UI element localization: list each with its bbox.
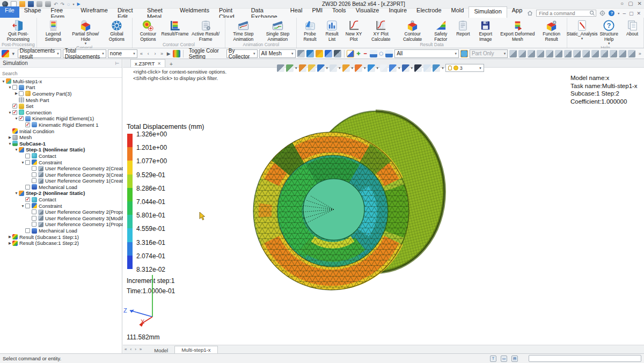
report-button[interactable]: Report [453,19,473,37]
tree-checkbox[interactable] [12,104,17,108]
table-icon[interactable] [591,50,599,57]
help-caret-icon[interactable]: ▾ [618,11,619,15]
pick-style-icon[interactable] [286,64,294,72]
tree-item-multi-step1-x[interactable]: ▼Multi-step1-x [0,78,122,85]
next-frame-icon[interactable]: › [152,49,158,58]
tree-checkbox[interactable] [19,116,24,121]
doc-restore-icon[interactable]: ▢ [629,11,634,16]
tree-expander-icon[interactable]: ▼ [8,111,12,114]
tree-item-part[interactable]: ▼Part [0,84,122,91]
structure-help-button[interactable]: ?Structure Help▾ [596,19,622,45]
sheet-tab-multi-step1-x[interactable]: Multi-step1-x [174,346,217,354]
tree-expander-icon[interactable]: ▼ [20,161,25,164]
tree-item-result-subcase-1-step-2[interactable]: ▶Result (Subcase:1 Step:2) [0,240,122,246]
tree-item-mechanical-load[interactable]: Mechanical Load [0,228,122,234]
tree-expander-icon[interactable]: ▶ [8,241,12,245]
mesh-scope-select[interactable]: All Mesh▾ [259,49,296,58]
app-close-icon[interactable]: ✕ [638,1,642,6]
zoom-window-icon[interactable] [380,64,387,72]
tree-item-result-subcase-1-step-1[interactable]: ▶Result (Subcase:1 Step:1) [0,234,122,240]
chevron-down-icon[interactable]: ▾ [377,66,379,70]
view-front-icon[interactable] [528,50,535,57]
tree-expander-icon[interactable]: ▼ [8,142,12,146]
record-icon[interactable] [628,50,635,57]
tree-checkbox[interactable] [25,197,30,202]
search-icon[interactable] [589,10,595,16]
tree-item-user-reference-geometry-1-created[interactable]: User Reference Geometry 1(Created) [0,178,122,184]
tree-expander-icon[interactable]: ▼ [20,204,25,208]
tree-checkbox[interactable] [32,222,36,227]
tree-search-input[interactable] [0,70,122,78]
lock-icon[interactable] [342,64,350,72]
sheet-tab-model[interactable]: Model [148,347,174,354]
time-step-animation-button[interactable]: Time Step Animation [226,19,260,42]
pick-cursor-icon[interactable] [347,50,354,57]
mini-chart-icon[interactable] [385,50,393,57]
about-button[interactable]: About [622,19,642,37]
shade-sphere-icon[interactable] [306,50,314,57]
tree-expander-icon[interactable]: ▼ [14,148,19,151]
tree-expander-icon[interactable]: ▼ [14,191,19,195]
tree-checkbox[interactable] [32,172,36,177]
tree-item-constraint[interactable]: ▼Constraint [0,159,122,165]
quit-post-processing-button[interactable]: Quit Post-Processing [1,19,35,42]
first-sheet-icon[interactable]: « [123,347,128,352]
tree-checkbox[interactable] [25,185,30,190]
select-add-icon[interactable]: ✚ [356,49,361,58]
qat-caret-icon[interactable]: ▾ [72,2,74,6]
select-window-icon[interactable] [370,50,377,57]
toggle-color-setting-button[interactable]: Toggle Color Setting [186,49,225,58]
export-image-button[interactable]: Export Image [473,19,497,42]
last-frame-icon[interactable]: » [159,49,165,58]
xy-plot-calculate-button[interactable]: XY Plot Calculate [365,19,397,42]
view-cube-icon[interactable] [317,64,325,72]
tree-item-step-1-nonlinear-static[interactable]: ▼Step-1 (Nonlinear Static) [0,147,122,153]
display-globe-icon[interactable] [460,50,468,57]
shade-box-icon[interactable] [308,64,316,72]
overflow-chevron-icon[interactable]: » [637,49,642,58]
spark-icon[interactable] [316,50,323,57]
collector-select[interactable]: By Collector▾ [226,49,258,58]
tree-item-connection[interactable]: ▼Connection [0,109,122,115]
view-back-icon[interactable] [277,64,284,72]
new-tab-button[interactable]: + [165,61,177,67]
tree-expander-icon[interactable]: ▼ [1,79,6,83]
doc-minimize-icon[interactable]: – [623,10,626,16]
select-remove-icon[interactable]: ━ [363,49,368,58]
lights-dropdown[interactable]: 3▾ [445,64,484,72]
tree-item-user-reference-geometry-3-created[interactable]: User Reference Geometry 3(Created) [0,171,122,178]
tree-item-initial-condition[interactable]: Initial Condition [0,128,122,134]
document-tab[interactable]: x.Z3PRT ✕ [130,59,165,67]
tree-checkbox[interactable] [25,122,30,127]
home-icon[interactable] [527,10,533,16]
colorbar-icon[interactable] [173,50,180,57]
chevron-down-icon[interactable]: ▾ [398,66,400,70]
text-info-icon[interactable]: T [490,355,496,362]
tree-checkbox[interactable] [12,110,17,115]
tab-close-icon[interactable]: ✕ [157,61,161,66]
play-animation-icon[interactable]: ▶ [166,49,171,58]
chevron-down-icon[interactable]: ▾ [326,66,328,70]
chevron-down-icon[interactable]: ▾ [352,66,354,70]
global-options-button[interactable]: Global Options [103,19,130,42]
prev-sheet-icon[interactable]: ‹ [128,347,133,352]
find-command-input[interactable] [536,10,596,17]
chevron-down-icon[interactable]: ▾ [411,66,413,70]
tree-item-geometry-part-3[interactable]: ▶Geometry Part(3) [0,91,122,97]
static-analysis-button[interactable]: Static_Analysis▾ [568,19,596,40]
planes-icon[interactable] [325,50,332,57]
filter-grid-icon[interactable] [297,50,305,57]
new-xy-plot-button[interactable]: New XY Plot [342,19,365,42]
first-frame-icon[interactable]: « [139,49,144,58]
tree-item-set[interactable]: Set [0,103,122,110]
annotate-icon[interactable] [564,50,572,57]
frame-select[interactable]: none▾ [108,49,137,58]
component-select[interactable]: Total Displacements▾ [63,49,106,58]
active-result-frame-button[interactable]: Active Result/ Frame [187,19,224,42]
dropdown-caret-icon[interactable]: ▾ [581,37,583,40]
status-input[interactable] [529,355,641,362]
background-icon[interactable] [414,64,422,72]
safety-factor-button[interactable]: Safety Factor [429,19,453,42]
tree-expander-icon[interactable]: ▶ [8,235,12,239]
wireframe-cube-icon[interactable] [330,64,337,72]
